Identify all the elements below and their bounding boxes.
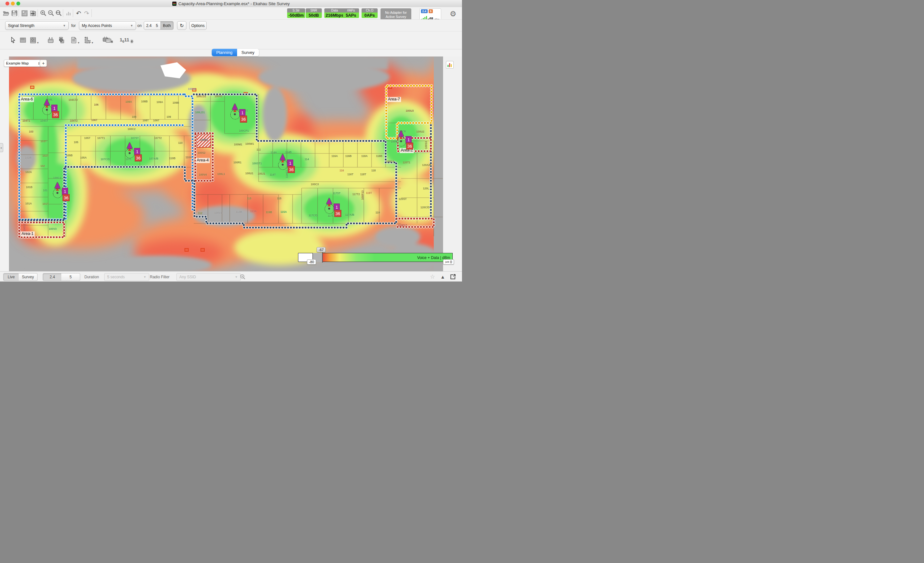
status-badge: #APs5APs bbox=[343, 8, 359, 18]
import-map-button[interactable] bbox=[29, 9, 37, 17]
chevron-updown-icon: ▴▾ bbox=[38, 62, 39, 65]
draw-area-tool[interactable]: ▼ bbox=[83, 35, 92, 46]
save-project-button[interactable] bbox=[10, 9, 18, 17]
sidebar-collapse-handle[interactable]: ▸ bbox=[0, 143, 3, 152]
ap-direction-icon bbox=[128, 148, 131, 151]
main-toolbar: ↶ ↷ S.Str-50dBmSNR50dBData216Mbps#APs5AP… bbox=[0, 7, 462, 19]
chevron-down-icon[interactable]: ▼ bbox=[37, 41, 39, 44]
band-24-chip: 2.4 bbox=[421, 9, 428, 13]
heatmap bbox=[0, 57, 462, 271]
chevron-down-icon: ▼ bbox=[230, 275, 238, 279]
chevron-down-icon[interactable]: ▼ bbox=[91, 41, 94, 44]
ap-direction-icon bbox=[45, 105, 48, 108]
add-note-tool[interactable]: ▼ bbox=[69, 35, 79, 46]
mini-bar-icon bbox=[448, 65, 448, 67]
window-title: Capacity-Area-Planning-Example.esx* - Ek… bbox=[178, 1, 290, 6]
auto-planner-tool[interactable] bbox=[101, 35, 114, 46]
ap-direction-icon bbox=[281, 159, 284, 162]
add-ap-tool[interactable] bbox=[46, 35, 56, 46]
band-5-chip: 5 bbox=[429, 9, 433, 13]
ap-channel-badge-24: 1 bbox=[51, 105, 57, 112]
ap-channel-badge-24: 1 bbox=[287, 159, 293, 167]
legend: Voice + Data | dBm -67 -80 >= 0 bbox=[298, 253, 453, 262]
mode-tabs: Planning Survey bbox=[212, 49, 259, 56]
map-selector-dropdown[interactable]: Example Map ▴▾ bbox=[4, 60, 42, 67]
refresh-button[interactable]: ↻ bbox=[177, 21, 186, 30]
chevron-down-icon: ▼ bbox=[127, 24, 133, 27]
expand-panel-button[interactable]: ▲ bbox=[439, 273, 447, 280]
live-button[interactable]: Live bbox=[3, 273, 19, 281]
area-label-area-1[interactable]: Area-1 bbox=[21, 231, 34, 237]
settings-gear-button[interactable]: ⚙ bbox=[449, 10, 457, 18]
map-canvas[interactable]: 104L104C/D106108A108B109A109B108108T109T… bbox=[0, 57, 462, 271]
open-project-button[interactable] bbox=[2, 9, 10, 17]
band-5-button[interactable]: 5 bbox=[153, 21, 161, 30]
duration-dropdown[interactable]: 5 seconds▼ bbox=[104, 273, 149, 281]
zoom-out-button[interactable] bbox=[47, 9, 55, 17]
app-icon bbox=[172, 2, 177, 6]
bottom-band-5-button[interactable]: 5 bbox=[61, 273, 80, 281]
for-label: for bbox=[71, 23, 76, 28]
legend-mid-handle[interactable]: -67 bbox=[316, 247, 326, 252]
ap-direction-icon bbox=[399, 136, 403, 139]
star-icon: ☆ bbox=[430, 273, 435, 280]
simulate-survey-tool[interactable] bbox=[57, 35, 66, 46]
select-tool[interactable] bbox=[8, 35, 18, 46]
add-map-button[interactable]: + bbox=[40, 60, 47, 67]
tools-bar: ▼ ▼ ▼ 1611 bbox=[0, 31, 462, 50]
ap-direction-icon bbox=[398, 130, 404, 137]
ap-direction-icon bbox=[233, 109, 237, 112]
legend-min-handle[interactable]: -80 bbox=[307, 259, 316, 264]
area-label-area-6[interactable]: Area-6 bbox=[20, 97, 34, 102]
legend-max-handle[interactable]: >= 0 bbox=[443, 259, 454, 264]
legend-gradient-bar[interactable]: Voice + Data | dBm bbox=[322, 253, 453, 262]
ap-scope-dropdown[interactable]: My Access Points▼ bbox=[79, 21, 136, 30]
draw-wall-tool[interactable]: ▼ bbox=[28, 35, 38, 46]
redo-button[interactable]: ↷ bbox=[83, 9, 90, 17]
zoom-fit-button[interactable] bbox=[55, 9, 63, 17]
ap-channel-badge-5: 36 bbox=[288, 166, 295, 173]
ap-channel-badge-5: 36 bbox=[52, 111, 59, 118]
ap-direction-icon bbox=[326, 198, 332, 204]
duration-label: Duration bbox=[84, 275, 99, 279]
tab-planning[interactable]: Planning bbox=[212, 49, 237, 56]
export-button[interactable] bbox=[449, 273, 457, 280]
title-bar[interactable]: Capacity-Area-Planning-Example.esx* - Ek… bbox=[0, 0, 462, 8]
up-triangle-icon: ▲ bbox=[441, 274, 446, 279]
visualization-bar: Signal Strength▼ for My Access Points▼ o… bbox=[0, 19, 462, 32]
ap-channel-badge-24: 1 bbox=[405, 136, 412, 143]
chevron-down-icon: ▼ bbox=[60, 24, 66, 27]
options-button[interactable]: Options bbox=[189, 21, 207, 30]
legend-threshold-line bbox=[322, 252, 323, 263]
band-24-button[interactable]: 2.4 bbox=[144, 21, 154, 30]
legend-toggle-button[interactable] bbox=[446, 61, 454, 69]
attenuation-area-tool[interactable] bbox=[18, 35, 28, 46]
survey-button[interactable]: Survey bbox=[19, 273, 38, 281]
status-badge: Data216Mbps bbox=[324, 8, 345, 18]
chevron-down-icon[interactable]: ▼ bbox=[77, 41, 80, 44]
area-label-area-7[interactable]: Area-7 bbox=[387, 97, 401, 102]
ap-channel-badge-5: 36 bbox=[240, 116, 247, 123]
statistics-button[interactable] bbox=[65, 9, 72, 17]
bottom-band-24-button[interactable]: 2.4 bbox=[43, 273, 62, 281]
ap-channel-badge-24: 1 bbox=[334, 204, 340, 210]
bottom-bar: Live Survey 2.4 5 Duration 5 seconds▼ Ra… bbox=[0, 271, 462, 281]
reporting-button[interactable] bbox=[21, 9, 28, 17]
ap-direction-icon bbox=[232, 104, 238, 110]
radio-filter-dropdown[interactable]: Any SSID▼ bbox=[177, 273, 241, 281]
favorite-star-button[interactable]: ☆ bbox=[429, 273, 436, 280]
zoom-in-button[interactable] bbox=[39, 9, 47, 17]
ap-channel-badge-5: 36 bbox=[135, 155, 142, 161]
tab-survey[interactable]: Survey bbox=[237, 49, 259, 56]
mini-bar-icon bbox=[449, 63, 450, 67]
area-label-area-4[interactable]: Area-4 bbox=[196, 158, 210, 163]
auto-channel-tool[interactable]: 1611 bbox=[119, 35, 134, 46]
band-both-button[interactable]: Both bbox=[160, 21, 174, 30]
visualization-dropdown[interactable]: Signal Strength▼ bbox=[5, 21, 69, 30]
bottom-zoom-in-button[interactable] bbox=[239, 273, 246, 280]
ap-channel-badge-5: 36 bbox=[334, 210, 341, 217]
status-badge: SNR50dB bbox=[306, 8, 322, 18]
undo-button[interactable]: ↶ bbox=[75, 9, 82, 17]
gear-icon: ⚙ bbox=[450, 10, 456, 18]
ap-direction-icon bbox=[56, 188, 59, 191]
